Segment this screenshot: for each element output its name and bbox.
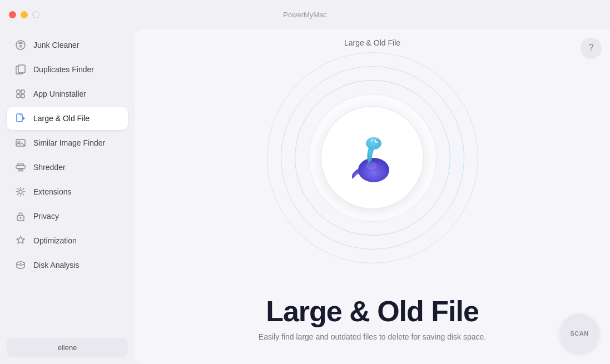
content-area: Large & Old File ? — [135, 29, 610, 364]
optimization-icon — [14, 235, 27, 247]
svg-point-11 — [19, 190, 22, 193]
sidebar-item-disk-analysis[interactable]: Disk Analysis — [7, 253, 128, 277]
similar-image-finder-icon — [14, 137, 27, 149]
extensions-icon — [14, 186, 27, 198]
svg-rect-2 — [18, 65, 25, 73]
sidebar-item-extensions[interactable]: Extensions — [7, 180, 128, 203]
minimize-button[interactable] — [21, 11, 28, 18]
rings-container — [261, 52, 484, 263]
large-old-file-label: Large & Old File — [33, 114, 90, 123]
junk-cleaner-icon — [14, 39, 27, 51]
disk-analysis-icon — [14, 259, 27, 271]
sidebar-item-similar-image-finder[interactable]: Similar Image Finder — [7, 131, 128, 154]
sidebar-item-duplicates-finder[interactable]: Duplicates Finder — [7, 58, 128, 81]
sidebar-item-privacy[interactable]: Privacy — [7, 205, 128, 228]
privacy-label: Privacy — [33, 212, 59, 221]
maximize-button[interactable] — [32, 11, 39, 18]
scan-button[interactable]: SCAN — [560, 314, 599, 353]
mascot — [345, 130, 400, 186]
shredder-label: Shredder — [33, 163, 66, 172]
app-title: PowerMyMac — [283, 11, 327, 19]
disk-analysis-label: Disk Analysis — [33, 261, 79, 270]
app-uninstaller-icon — [14, 88, 27, 100]
privacy-icon — [14, 210, 27, 222]
svg-point-16 — [358, 158, 389, 182]
traffic-lights — [9, 11, 39, 18]
sidebar-item-optimization[interactable]: Optimization — [7, 229, 128, 252]
svg-rect-5 — [17, 94, 20, 98]
main-layout: Junk Cleaner Duplicates Finder App U — [0, 29, 610, 364]
svg-point-15 — [20, 263, 21, 264]
help-button[interactable]: ? — [581, 38, 601, 58]
main-subtitle: Easily find large and outdated files to … — [259, 332, 486, 341]
user-area[interactable]: eliene — [7, 338, 128, 357]
content-header-title: Large & Old File — [344, 38, 400, 47]
svg-rect-6 — [21, 94, 24, 98]
svg-rect-3 — [17, 90, 20, 93]
svg-point-13 — [20, 217, 22, 219]
content-body: Large & Old File Easily find large and o… — [259, 297, 486, 341]
shredder-icon — [14, 161, 27, 173]
similar-image-finder-label: Similar Image Finder — [33, 138, 105, 147]
large-old-file-icon — [14, 112, 27, 124]
sidebar-item-large-old-file[interactable]: Large & Old File — [7, 107, 128, 130]
main-title: Large & Old File — [266, 297, 479, 326]
junk-cleaner-label: Junk Cleaner — [33, 41, 80, 49]
app-uninstaller-label: App Uninstaller — [33, 89, 86, 98]
sidebar-item-shredder[interactable]: Shredder — [7, 156, 128, 179]
sidebar-item-junk-cleaner[interactable]: Junk Cleaner — [7, 33, 128, 57]
sidebar-item-app-uninstaller[interactable]: App Uninstaller — [7, 82, 128, 106]
sidebar: Junk Cleaner Duplicates Finder App U — [0, 29, 135, 364]
duplicates-finder-icon — [14, 63, 27, 76]
svg-rect-4 — [21, 90, 24, 93]
close-button[interactable] — [9, 11, 16, 18]
optimization-label: Optimization — [33, 236, 77, 245]
svg-point-19 — [376, 139, 378, 141]
svg-rect-10 — [16, 166, 25, 168]
titlebar: PowerMyMac — [0, 0, 610, 29]
svg-rect-7 — [17, 114, 22, 122]
svg-point-21 — [366, 162, 377, 169]
duplicates-finder-label: Duplicates Finder — [33, 65, 94, 74]
extensions-label: Extensions — [33, 187, 71, 196]
